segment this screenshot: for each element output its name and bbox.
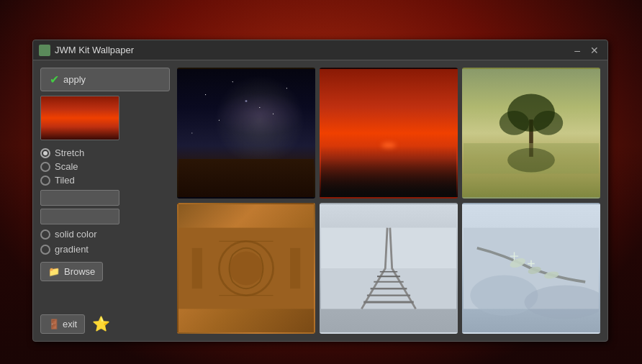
mayan-content <box>178 204 314 332</box>
stretch-option[interactable]: Stretch <box>40 147 170 158</box>
color-inputs <box>40 190 170 224</box>
folder-icon: 📁 <box>48 266 60 277</box>
milkyway-content <box>178 69 314 197</box>
exit-button[interactable]: 🚪 exit <box>40 314 85 334</box>
svg-point-3 <box>533 111 563 135</box>
tiled-radio[interactable] <box>40 176 50 186</box>
railroad-content <box>321 204 456 332</box>
mayan-svg <box>178 204 314 332</box>
milkyway-ground <box>178 159 314 197</box>
svg-rect-15 <box>321 228 456 268</box>
titlebar-left: JWM Kit Wallpaper <box>39 45 134 56</box>
browse-label: Browse <box>64 266 95 277</box>
solid-color-radio[interactable] <box>40 229 50 240</box>
gradient-radio[interactable] <box>40 245 50 255</box>
bottom-buttons: 🚪 exit ⭐ <box>40 314 170 334</box>
scale-radio[interactable] <box>40 162 50 172</box>
apply-button[interactable]: ✔ apply <box>40 68 170 91</box>
svg-point-6 <box>507 148 555 173</box>
scale-option[interactable]: Scale <box>40 161 170 172</box>
exit-icon: 🚪 <box>48 319 60 329</box>
tiled-label: Tiled <box>55 175 75 186</box>
app-icon <box>39 45 50 56</box>
stretch-label: Stretch <box>55 147 84 158</box>
scale-label: Scale <box>55 161 78 172</box>
content-area: ✔ apply Stretch Scale Tiled <box>33 60 607 341</box>
apply-label: apply <box>63 74 86 85</box>
exit-label: exit <box>63 319 77 329</box>
star-button[interactable]: ⭐ <box>91 314 112 334</box>
wallpaper-thumb-milkyway[interactable] <box>177 68 315 199</box>
gradient-row: gradient <box>40 244 170 255</box>
sunset-horizon <box>321 146 456 197</box>
window-title: JWM Kit Wallpaper <box>55 45 134 55</box>
mode-radio-group: Stretch Scale Tiled <box>40 147 170 186</box>
tiled-option[interactable]: Tiled <box>40 175 170 186</box>
wallpaper-grid <box>177 68 600 334</box>
main-window: JWM Kit Wallpaper – ✕ ✔ apply Stretch <box>32 40 608 342</box>
check-icon: ✔ <box>50 73 59 86</box>
frost-svg <box>464 204 599 332</box>
minimize-button[interactable]: – <box>571 44 583 57</box>
wallpaper-thumb-railroad[interactable] <box>320 203 458 334</box>
titlebar-controls: – ✕ <box>571 44 602 57</box>
stretch-radio[interactable] <box>40 148 50 158</box>
frost-content <box>464 204 599 332</box>
wallpaper-thumb-tree[interactable] <box>462 68 600 199</box>
left-panel: ✔ apply Stretch Scale Tiled <box>40 68 170 334</box>
titlebar: JWM Kit Wallpaper – ✕ <box>33 40 607 60</box>
tree-content <box>464 69 599 197</box>
close-button[interactable]: ✕ <box>587 44 602 57</box>
wallpaper-thumb-mayan[interactable] <box>177 203 315 334</box>
svg-rect-12 <box>192 248 202 288</box>
wallpaper-thumb-frost[interactable] <box>462 203 600 334</box>
preview-thumbnail <box>40 96 119 140</box>
browse-button[interactable]: 📁 Browse <box>40 262 103 281</box>
sunset-content <box>321 69 456 197</box>
railroad-svg <box>321 204 456 332</box>
solid-color-label: solid color <box>55 229 97 240</box>
solid-color-row: solid color <box>40 229 170 240</box>
svg-point-9 <box>230 252 263 286</box>
wallpaper-thumb-sunset[interactable] <box>320 68 458 199</box>
color-input-2[interactable] <box>40 209 119 224</box>
tree-svg <box>464 69 599 197</box>
svg-rect-13 <box>290 248 300 288</box>
gradient-label: gradient <box>55 244 89 255</box>
color-input-1[interactable] <box>40 190 119 206</box>
svg-point-23 <box>470 275 538 315</box>
svg-point-2 <box>499 111 529 135</box>
